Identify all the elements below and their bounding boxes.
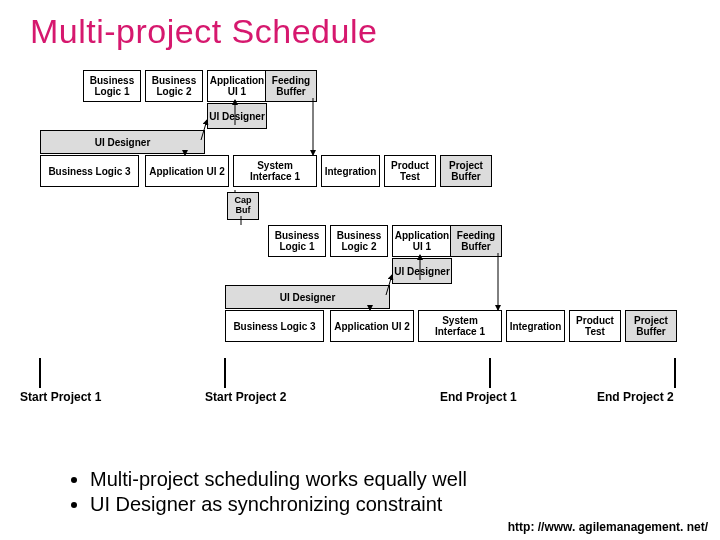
marker-start-project-2: Start Project 2	[205, 390, 286, 404]
p2-business-logic-2: Business Logic 2	[330, 225, 388, 257]
p1-system-interface-1: System Interface 1	[233, 155, 317, 187]
p1-project-buffer: Project Buffer	[440, 155, 492, 187]
schedule-diagram: Business Logic 1 Business Logic 2 Applic…	[20, 70, 700, 430]
slide-title: Multi-project Schedule	[30, 12, 377, 51]
p1-business-logic-1: Business Logic 1	[83, 70, 141, 102]
p2-business-logic-1: Business Logic 1	[268, 225, 326, 257]
p1-business-logic-3: Business Logic 3	[40, 155, 139, 187]
p2-project-buffer: Project Buffer	[625, 310, 677, 342]
p1-integration: Integration	[321, 155, 380, 187]
bullet-2: UI Designer as synchronizing constraint	[90, 493, 467, 516]
p1-ui-designer-small: UI Designer	[207, 103, 267, 129]
p1-application-ui-2: Application UI 2	[145, 155, 229, 187]
p2-integration: Integration	[506, 310, 565, 342]
bullet-list: Multi-project scheduling works equally w…	[50, 468, 467, 518]
p1-product-test: Product Test	[384, 155, 436, 187]
p2-feeding-buffer: Feeding Buffer	[450, 225, 502, 257]
p2-business-logic-3: Business Logic 3	[225, 310, 324, 342]
capacity-buffer: Cap Buf	[227, 192, 259, 220]
p1-business-logic-2: Business Logic 2	[145, 70, 203, 102]
p2-ui-designer-small: UI Designer	[392, 258, 452, 284]
footer-url: http: //www. agilemanagement. net/	[508, 520, 708, 534]
p2-product-test: Product Test	[569, 310, 621, 342]
p2-ui-designer-row: UI Designer	[225, 285, 390, 309]
marker-end-project-2: End Project 2	[597, 390, 674, 404]
p1-feeding-buffer: Feeding Buffer	[265, 70, 317, 102]
p1-ui-designer-row: UI Designer	[40, 130, 205, 154]
bullet-1: Multi-project scheduling works equally w…	[90, 468, 467, 491]
p2-system-interface-1: System Interface 1	[418, 310, 502, 342]
marker-end-project-1: End Project 1	[440, 390, 517, 404]
p2-application-ui-1: Application UI 1	[392, 225, 452, 257]
p2-application-ui-2: Application UI 2	[330, 310, 414, 342]
p1-application-ui-1: Application UI 1	[207, 70, 267, 102]
marker-start-project-1: Start Project 1	[20, 390, 101, 404]
